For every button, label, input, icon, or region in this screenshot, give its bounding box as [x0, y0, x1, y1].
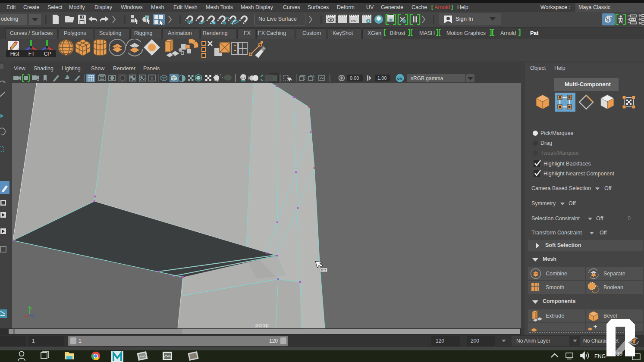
- svg-text:Hist: Hist: [10, 51, 19, 57]
- svg-text:sRGB gamma: sRGB gamma: [411, 75, 443, 81]
- svg-text:T: T: [151, 76, 154, 81]
- svg-text:z: z: [34, 312, 35, 315]
- svg-text:FT: FT: [28, 51, 35, 57]
- svg-text:0.00: 0.00: [350, 75, 359, 81]
- svg-text:persp: persp: [255, 322, 269, 328]
- svg-text:IPR: IPR: [351, 19, 357, 23]
- svg-text:y: y: [30, 306, 32, 310]
- svg-text:1.00: 1.00: [377, 75, 386, 81]
- svg-text:CP: CP: [44, 51, 51, 57]
- svg-text:ON: ON: [397, 77, 402, 81]
